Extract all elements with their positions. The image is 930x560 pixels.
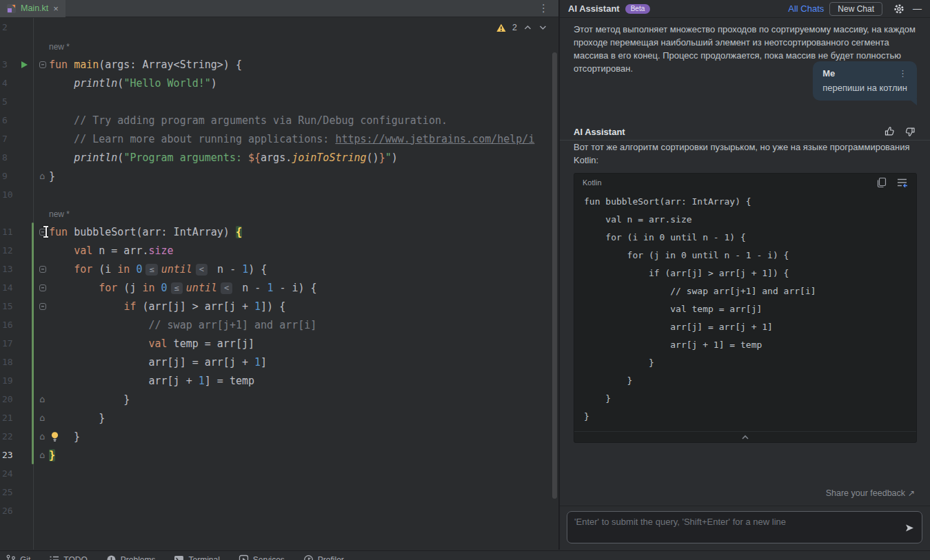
services-icon <box>239 554 249 560</box>
line-number[interactable]: 17 <box>0 338 17 349</box>
fold-collapse-icon[interactable] <box>39 303 46 310</box>
fold-end-icon[interactable]: ⌂ <box>39 413 45 422</box>
send-icon[interactable] <box>904 522 915 534</box>
fold-collapse-icon[interactable] <box>39 266 46 273</box>
line-number[interactable]: 21 <box>0 413 17 423</box>
editor-line: 9⌂} <box>0 167 558 185</box>
editor-line: 12 val n = arr.size <box>0 241 558 260</box>
prev-warning-chevron-up-icon[interactable] <box>523 23 532 32</box>
mouse-ibeam-cursor <box>43 226 49 238</box>
user-message-text: перепиши на котлин <box>822 83 907 93</box>
problems-icon <box>106 554 117 560</box>
next-warning-chevron-down-icon[interactable] <box>538 23 547 32</box>
code-text: for (j in 0≤until< n - 1 - i) { <box>48 282 317 294</box>
message-options-kebab-icon[interactable]: ⋮ <box>898 68 907 79</box>
line-number[interactable]: 20 <box>0 394 17 404</box>
editor-options-kebab-icon[interactable]: ⋮ <box>538 2 549 14</box>
run-icon[interactable] <box>21 61 28 68</box>
tab-close-icon[interactable]: × <box>53 4 59 13</box>
code-text: new * <box>48 207 70 220</box>
thumbs-down-icon[interactable] <box>904 126 916 137</box>
editor-scrollbar[interactable] <box>552 52 557 499</box>
panel-title: AI Assistant <box>568 3 620 14</box>
line-number[interactable]: 2 <box>0 22 17 32</box>
tab-main-kt[interactable]: Main.kt × <box>0 0 65 17</box>
line-number[interactable]: 25 <box>0 487 17 497</box>
line-number[interactable]: 6 <box>0 115 17 125</box>
editor-line: new * <box>0 37 558 55</box>
code-text: fun main(args: Array<String>) { <box>48 59 242 71</box>
line-number[interactable]: 18 <box>0 357 17 367</box>
line-number[interactable]: 24 <box>0 468 17 479</box>
code-text: if (arr[j] > arr[j + 1]) { <box>48 300 285 313</box>
line-number[interactable]: 22 <box>0 431 17 442</box>
code-text: fun bubbleSort(arr: IntArray) { <box>48 226 242 238</box>
assistant-reply-text: Вот тот же алгоритм сортировки пузырьком… <box>574 141 920 167</box>
line-number[interactable]: 23 <box>0 450 17 460</box>
editor-body[interactable]: 2new *3fun main(args: Array<String>) {4 … <box>0 18 558 550</box>
editor-line: 6 // Try adding program arguments via Ru… <box>0 111 558 129</box>
line-number[interactable]: 13 <box>0 264 17 274</box>
line-number[interactable]: 19 <box>0 375 17 386</box>
intention-bulb-icon[interactable] <box>50 431 59 445</box>
thumbs-up-icon[interactable] <box>884 126 896 137</box>
hide-panel-icon[interactable]: — <box>913 3 922 14</box>
user-message-bubble: Me ⋮ перепиши на котлин <box>813 61 917 101</box>
toolwindow-button-terminal[interactable]: Terminal <box>174 554 219 560</box>
editor-tab-bar: Main.kt × ⋮ <box>0 0 558 17</box>
editor-line: 24 <box>0 464 558 483</box>
line-number[interactable]: 5 <box>0 96 17 107</box>
toolwindow-button-label: Problems <box>121 555 156 560</box>
git-branch-icon <box>6 554 16 560</box>
query-input[interactable] <box>567 512 897 543</box>
fold-end-icon[interactable]: ⌂ <box>39 395 45 404</box>
toolwindow-button-todo[interactable]: TODO <box>49 554 87 560</box>
insert-at-caret-icon[interactable] <box>896 177 908 188</box>
line-number[interactable]: 11 <box>0 227 17 237</box>
fold-end-icon[interactable]: ⌂ <box>39 172 45 180</box>
line-number[interactable]: 4 <box>0 78 17 88</box>
editor-line: 26 <box>0 501 558 520</box>
copy-icon[interactable] <box>876 177 887 188</box>
code-text: for (i in 0≤until< n - 1) { <box>48 263 267 276</box>
tool-window-bar: GitTODOProblemsTerminalServicesProfiler <box>0 550 930 560</box>
all-chats-link[interactable]: All Chats <box>788 3 824 14</box>
code-text: println("Hello World!") <box>48 77 217 90</box>
fold-collapse-icon[interactable] <box>39 284 46 291</box>
warning-icon <box>496 23 506 32</box>
fold-end-icon[interactable]: ⌂ <box>39 450 45 459</box>
toolwindow-button-label: Profiler <box>318 555 344 560</box>
profiler-icon <box>303 554 314 560</box>
line-number[interactable]: 8 <box>0 152 17 163</box>
collapse-chevron-up-icon[interactable] <box>740 433 751 441</box>
line-number[interactable]: 7 <box>0 134 17 144</box>
toolwindow-button-services[interactable]: Services <box>239 554 285 560</box>
inspections-widget[interactable]: 2 <box>496 23 547 32</box>
gear-icon[interactable] <box>893 3 904 14</box>
assistant-reply-header: AI Assistant <box>574 126 916 137</box>
toolwindow-button-git[interactable]: Git <box>6 554 30 560</box>
fold-collapse-icon[interactable] <box>39 61 46 68</box>
line-number[interactable]: 15 <box>0 301 17 311</box>
line-number[interactable]: 3 <box>0 59 17 70</box>
editor-line: 14 for (j in 0≤until< n - 1 - i) { <box>0 278 558 297</box>
fold-end-icon[interactable]: ⌂ <box>39 432 45 441</box>
line-number[interactable]: 14 <box>0 282 17 293</box>
line-number[interactable]: 10 <box>0 189 17 200</box>
new-chat-button[interactable]: New Chat <box>829 2 882 16</box>
editor-line: 11fun bubbleSort(arr: IntArray) { <box>0 222 558 241</box>
toolwindow-button-problems[interactable]: Problems <box>106 554 156 560</box>
assistant-code-line: if (arr[j] > arr[j + 1]) { <box>584 265 916 282</box>
line-number[interactable]: 12 <box>0 245 17 256</box>
line-number[interactable]: 16 <box>0 320 17 330</box>
line-number[interactable]: 26 <box>0 506 17 516</box>
editor-line: 21⌂ } <box>0 408 558 427</box>
code-text: } <box>48 393 130 406</box>
code-text: // Learn more about running applications… <box>48 133 534 145</box>
code-text: val temp = arr[j] <box>48 338 254 350</box>
toolwindow-button-label: TODO <box>63 555 87 560</box>
line-number[interactable]: 9 <box>0 171 17 181</box>
share-feedback-link[interactable]: Share your feedback ↗ <box>826 488 915 498</box>
toolwindow-button-profiler[interactable]: Profiler <box>303 554 344 560</box>
editor-line: 20⌂ } <box>0 390 558 408</box>
